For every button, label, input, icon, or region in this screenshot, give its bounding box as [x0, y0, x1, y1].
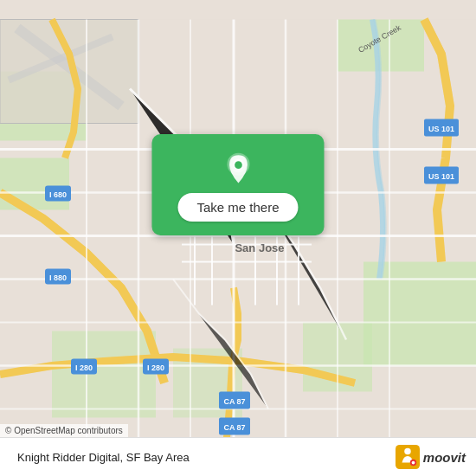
svg-text:US 101: US 101 [428, 125, 454, 133]
svg-text:I 680: I 680 [49, 190, 67, 199]
copyright-bar: © OpenStreetMap contributors [0, 424, 128, 437]
moovit-logo: moovit [396, 445, 466, 469]
svg-text:US 101: US 101 [428, 172, 454, 181]
moovit-text: moovit [423, 450, 466, 465]
bottom-bar: Knight Ridder Digital, SF Bay Area moovi… [0, 437, 476, 476]
button-card: Take me there [151, 134, 324, 235]
svg-text:I 880: I 880 [49, 273, 67, 282]
map-container: I 680 I 880 US 101 US 101 I 280 I 280 CA… [0, 0, 476, 476]
green-card: Take me there [151, 134, 324, 235]
svg-text:I 280: I 280 [147, 363, 164, 372]
svg-rect-6 [52, 331, 156, 418]
attribution-text: © OpenStreetMap contributors [5, 426, 123, 435]
svg-point-55 [404, 448, 410, 454]
location-name: Knight Ridder Digital, SF Bay Area [10, 451, 396, 464]
moovit-logo-icon [396, 445, 420, 469]
svg-text:CA 87: CA 87 [223, 423, 245, 432]
map-svg: I 680 I 880 US 101 US 101 I 280 I 280 CA… [0, 0, 476, 476]
svg-text:CA 87: CA 87 [223, 397, 245, 406]
location-pin-icon [221, 151, 255, 186]
svg-point-53 [235, 161, 242, 169]
svg-point-57 [411, 461, 415, 465]
svg-text:I 280: I 280 [75, 363, 93, 372]
svg-text:San Jose: San Jose [235, 241, 284, 254]
take-me-there-button[interactable]: Take me there [177, 193, 298, 222]
